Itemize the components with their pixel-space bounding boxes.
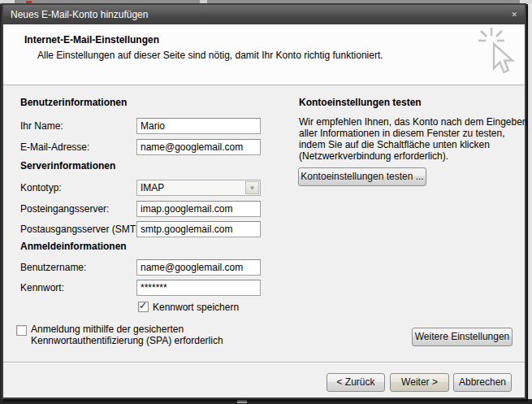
wizard-footer: < Zurück Weiter > Abbrechen xyxy=(3,362,525,397)
password-label: Kennwort: xyxy=(20,282,64,293)
page-subtitle: Alle Einstellungen auf dieser Seite sind… xyxy=(37,50,383,61)
mouse-cursor-icon xyxy=(478,26,520,80)
incoming-server-label: Posteingangsserver: xyxy=(20,203,109,215)
name-label: Ihr Name: xyxy=(20,120,63,132)
incoming-server-input[interactable] xyxy=(136,201,261,217)
test-settings-description: Wir empfehlen Ihnen, das Konto nach dem … xyxy=(299,116,530,162)
username-input[interactable] xyxy=(136,259,261,276)
username-label: Benutzername: xyxy=(20,262,86,273)
section-logon-information: Anmeldeinformationen xyxy=(20,241,127,252)
outgoing-server-input[interactable] xyxy=(136,221,261,237)
section-server-information: Serverinformationen xyxy=(20,160,115,172)
spa-checkbox[interactable] xyxy=(16,325,27,336)
email-label: E-Mail-Adresse: xyxy=(20,141,89,153)
next-button[interactable]: Weiter > xyxy=(390,373,449,392)
back-button[interactable]: < Zurück xyxy=(327,373,385,392)
password-input[interactable] xyxy=(136,280,261,296)
dialog-titlebar[interactable]: Neues E-Mail-Konto hinzufügen ✕ xyxy=(3,5,525,24)
close-icon[interactable]: ✕ xyxy=(511,5,517,24)
dialog-title: Neues E-Mail-Konto hinzufügen xyxy=(11,9,148,20)
spa-label: Anmeldung mithilfe der gesicherten Kennw… xyxy=(31,324,288,346)
account-type-label: Kontotyp: xyxy=(20,182,62,193)
name-input[interactable] xyxy=(136,118,261,134)
save-password-checkbox[interactable]: ✓ xyxy=(138,302,149,312)
background-window-edge xyxy=(528,3,532,399)
add-email-account-dialog: Neues E-Mail-Konto hinzufügen ✕ Internet… xyxy=(2,3,526,399)
section-user-information: Benutzerinformationen xyxy=(20,97,127,108)
account-type-value: IMAP xyxy=(141,182,164,193)
email-input[interactable] xyxy=(136,139,261,155)
wizard-body: Benutzerinformationen Ihr Name: E-Mail-A… xyxy=(3,86,525,362)
check-icon: ✓ xyxy=(139,300,147,311)
test-settings-button[interactable]: Kontoeinstellungen testen ... xyxy=(298,167,426,186)
screen: Neues E-Mail-Konto hinzufügen ✕ Internet… xyxy=(0,0,532,404)
more-settings-button[interactable]: Weitere Einstellungen xyxy=(412,328,513,346)
account-type-dropdown[interactable]: IMAP ▼ xyxy=(136,180,261,196)
outgoing-server-label: Postausgangsserver (SMTP): xyxy=(20,224,148,235)
cancel-button[interactable]: Abbrechen xyxy=(453,373,512,392)
page-title: Internet-E-Mail-Einstellungen xyxy=(24,34,159,46)
background-fragment xyxy=(237,400,247,403)
section-test-settings: Kontoeinstellungen testen xyxy=(299,97,422,108)
chevron-down-icon[interactable]: ▼ xyxy=(245,181,259,194)
save-password-label: Kennwort speichern xyxy=(153,302,239,313)
wizard-header: Internet-E-Mail-Einstellungen Alle Einst… xyxy=(3,24,525,85)
